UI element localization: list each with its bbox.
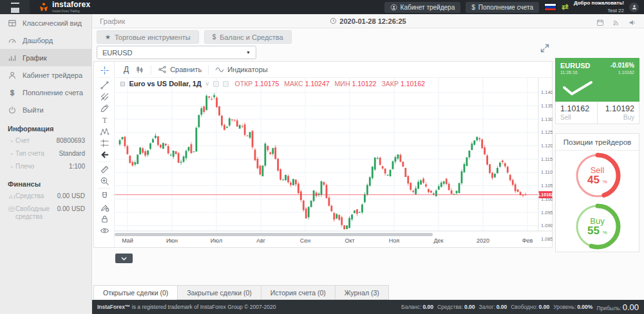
svg-text:$: $ [10,88,14,96]
sell-price: 1.10162 [560,104,592,113]
trader-cabinet-button[interactable]: Кабинет трейдера [384,2,461,13]
legend-menu-icon[interactable]: ˅ [205,80,209,88]
svg-text:Фев: Фев [522,237,533,244]
sell-label: Sell [560,114,592,121]
username: Test 22 [607,8,624,14]
close-label: ЗАКР [381,80,398,88]
footer-stat-value: 0.00 [539,304,550,310]
brush-icon[interactable] [94,102,115,114]
dollar-icon: $ [471,4,475,11]
high-value: 1.10247 [305,80,330,88]
bar-chart-icon [8,53,17,62]
quote-symbol: EURUSD [560,62,590,69]
position-tool-icon[interactable] [94,137,115,149]
sidebar: Классический видДашбордГрафикКабинет тре… [0,14,92,314]
svg-text:1.10162: 1.10162 [538,192,553,197]
tab-journal[interactable]: Журнал (3) [335,285,389,300]
sidebar-item-trader-cabinet[interactable]: Кабинет трейдера [0,66,91,84]
brand-logo: instaforex Instant Forex Trading [39,1,90,14]
text-tool-icon[interactable]: T [94,114,115,125]
sidebar-item-logout[interactable]: Выйти [0,101,91,118]
arrow-left-icon[interactable] [94,149,115,160]
drawing-tools-sidebar: T [94,62,115,247]
timeframe-button[interactable]: Д [124,65,129,74]
brand-name: instaforex [52,0,90,9]
footer-stat-label: Залог: [479,304,495,310]
buy-price: 1.10192 [602,104,634,113]
info-row: Средства0.00 USD [0,190,91,203]
tab-account-history[interactable]: История счета (0) [261,285,336,300]
check-icon [562,80,595,97]
footer-stat-label: Уровень: [553,304,576,310]
quote-price-small: 1.10162 [618,70,634,75]
eye-icon[interactable] [94,225,115,236]
lock-icon[interactable] [94,213,115,225]
svg-text:Ноя: Ноя [389,237,400,244]
multiline-icon[interactable] [94,91,115,102]
avatar[interactable] [629,3,639,12]
chevrons-icon: » [8,150,15,159]
sidebar-item-dashboard[interactable]: Дашборд [0,32,91,49]
sell-quote-button[interactable]: 1.10162 Sell [556,102,597,124]
indicators-button[interactable]: Индикаторы [215,65,268,74]
legend-mini-icon[interactable] [223,81,229,87]
ruler-icon[interactable] [94,163,115,175]
info-row: »Счет80800693 [0,135,91,148]
buy-label: Buy [602,114,634,121]
draw-lock-icon[interactable] [94,201,115,213]
compare-button[interactable]: Сравнить [158,65,202,74]
svg-text:1.10500: 1.10500 [541,183,553,189]
sidebar-item-label: Кабинет трейдера [23,71,82,79]
svg-text:1.12500: 1.12500 [541,129,553,135]
footer-stat-value: 0.00 [422,304,433,310]
fullscreen-icon[interactable] [540,43,550,53]
symbol-select-value: EURUSD [102,49,132,57]
sidebar-item-chart[interactable]: График [0,49,91,66]
svg-text:Сен: Сен [300,237,311,244]
legend-collapse-icon[interactable]: ⊟ [120,80,125,88]
currency-swap-icon[interactable]: ⇄ [562,3,569,11]
language-flag-russia[interactable] [544,3,556,11]
tab-closed-deals[interactable]: Закрытые сделки (0) [177,285,261,300]
legend-mini-icon[interactable] [213,81,219,87]
svg-text:Май: Май [122,237,133,244]
sell-positions-donut: Sell 45 % [572,150,623,201]
buy-quote-button[interactable]: 1.10192 Buy [598,102,639,124]
svg-text:Дек: Дек [433,237,443,244]
menu-toggle-icon[interactable] [0,0,30,14]
bars-mini-icon [8,192,15,201]
footer-copyright: is a registered trademark of InstaForex … [131,304,276,310]
symbol-select[interactable]: EURUSD ▼ [97,46,256,59]
sidebar-item-label: Классический вид [23,19,82,27]
chart-plot-area[interactable]: МайИюнИюлАвгСенОктНояДек2020Фев1.140001.… [115,78,553,248]
sidebar-item-classic-view[interactable]: Классический вид [0,14,91,32]
deposit-button[interactable]: $ Пополнение счета [466,2,539,13]
crosshair-icon[interactable] [94,64,115,76]
time-scrollbar[interactable] [115,233,433,236]
svg-text:1.09500: 1.09500 [541,210,553,216]
toolbar-collapse-button[interactable] [115,254,133,263]
zoom-in-icon[interactable] [94,175,115,187]
sidebar-item-deposit[interactable]: $Пополнение счета [0,84,91,101]
tab-open-deals[interactable]: Открытые сделки (0) [93,285,178,300]
svg-text:Авг: Авг [256,237,266,244]
high-label: МАКС [284,80,303,88]
buy-percent: 55 [587,225,600,237]
svg-text:1.08500: 1.08500 [541,236,553,242]
footer-stat-value: 0.00 [464,304,475,310]
info-row-label: Средства [15,192,57,200]
pattern-icon[interactable] [94,125,115,137]
sell-percent: 45 [587,174,600,186]
trading-instruments-button[interactable]: ★ Торговые инструменты [97,30,199,44]
magnet-icon[interactable] [94,190,115,201]
info-row-value: 0.00 USD [57,192,85,199]
footer-stat-label: Прибыль: [596,305,621,311]
grid-icon [8,19,17,28]
candlestick-chart[interactable]: МайИюнИюлАвгСенОктНояДек2020Фев1.140001.… [115,78,553,248]
dollar-icon: $ [213,33,216,41]
trendline-icon[interactable] [94,79,115,91]
footer-stat-value: 0.00 [623,302,639,312]
balance-funds-button[interactable]: $ Баланс и Средства [204,30,292,44]
chart-style-button[interactable] [135,65,144,74]
open-value: 1.10175 [254,80,279,88]
